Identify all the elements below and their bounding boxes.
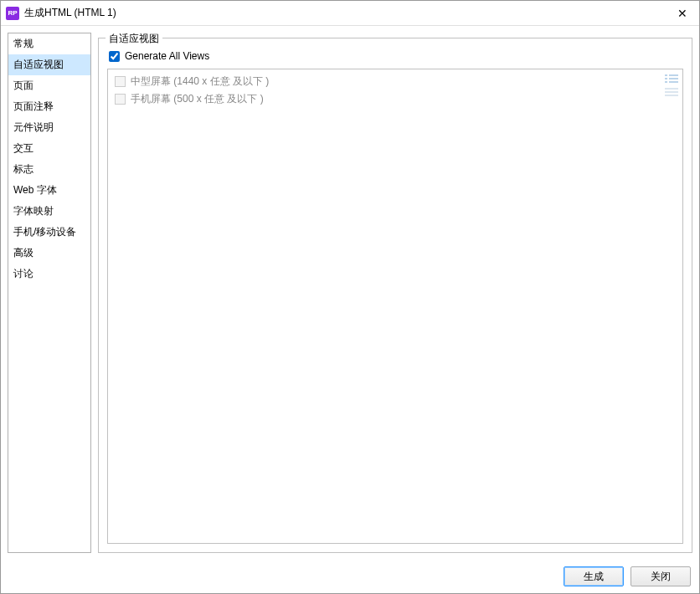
sidebar-item-8[interactable]: 字体映射: [8, 201, 90, 222]
app-icon: RP: [6, 7, 19, 20]
adaptive-views-fieldset: 自适应视图 Generate All Views: [98, 38, 692, 553]
sidebar-item-9[interactable]: 手机/移动设备: [8, 222, 90, 243]
dialog-body: 常规自适应视图页面页面注释元件说明交互标志Web 字体字体映射手机/移动设备高级…: [1, 26, 699, 560]
sidebar-item-0[interactable]: 常规: [8, 33, 90, 54]
list-icon-bullets[interactable]: [664, 73, 679, 84]
svg-rect-1: [669, 74, 678, 76]
list-icon-lines[interactable]: [664, 86, 679, 98]
generate-all-views-label: Generate All Views: [125, 50, 209, 62]
svg-rect-6: [665, 88, 678, 90]
view-list-item-label: 中型屏幕 (1440 x 任意 及以下 ): [131, 74, 269, 89]
sidebar-item-5[interactable]: 交互: [8, 138, 90, 159]
svg-rect-8: [665, 95, 678, 96]
fieldset-legend: 自适应视图: [106, 32, 162, 46]
sidebar-item-7[interactable]: Web 字体: [8, 180, 90, 201]
sidebar-item-11[interactable]: 讨论: [8, 264, 90, 284]
sidebar: 常规自适应视图页面页面注释元件说明交互标志Web 字体字体映射手机/移动设备高级…: [8, 33, 91, 553]
generate-all-views-row[interactable]: Generate All Views: [109, 50, 683, 62]
views-listbox[interactable]: 中型屏幕 (1440 x 任意 及以下 )手机屏幕 (500 x 任意 及以下 …: [107, 69, 683, 544]
view-checkbox-disabled: [115, 76, 126, 87]
view-checkbox-disabled: [115, 94, 126, 105]
sidebar-item-3[interactable]: 页面注释: [8, 96, 90, 117]
window-title: 生成HTML (HTML 1): [24, 6, 666, 20]
sidebar-item-6[interactable]: 标志: [8, 159, 90, 180]
svg-rect-2: [665, 78, 667, 79]
generate-button[interactable]: 生成: [564, 566, 624, 586]
view-list-item[interactable]: 中型屏幕 (1440 x 任意 及以下 ): [111, 73, 679, 90]
svg-rect-7: [665, 91, 678, 93]
view-list-item[interactable]: 手机屏幕 (500 x 任意 及以下 ): [111, 90, 679, 108]
sidebar-item-1[interactable]: 自适应视图: [8, 54, 90, 75]
sidebar-item-2[interactable]: 页面: [8, 75, 90, 96]
close-button[interactable]: 关闭: [631, 566, 691, 586]
svg-rect-0: [665, 74, 667, 76]
generate-all-views-checkbox[interactable]: [109, 51, 120, 62]
close-icon[interactable]: ✕: [666, 1, 699, 26]
svg-rect-5: [669, 81, 678, 83]
dialog-footer: 生成 关闭: [1, 560, 699, 593]
main-panel: 自适应视图 Generate All Views: [98, 33, 692, 553]
list-view-mode-icons: [664, 73, 679, 98]
titlebar: RP 生成HTML (HTML 1) ✕: [1, 1, 699, 26]
svg-rect-3: [669, 78, 678, 79]
view-list-item-label: 手机屏幕 (500 x 任意 及以下 ): [131, 92, 264, 106]
sidebar-item-4[interactable]: 元件说明: [8, 117, 90, 138]
svg-rect-4: [665, 81, 667, 83]
sidebar-item-10[interactable]: 高级: [8, 243, 90, 264]
